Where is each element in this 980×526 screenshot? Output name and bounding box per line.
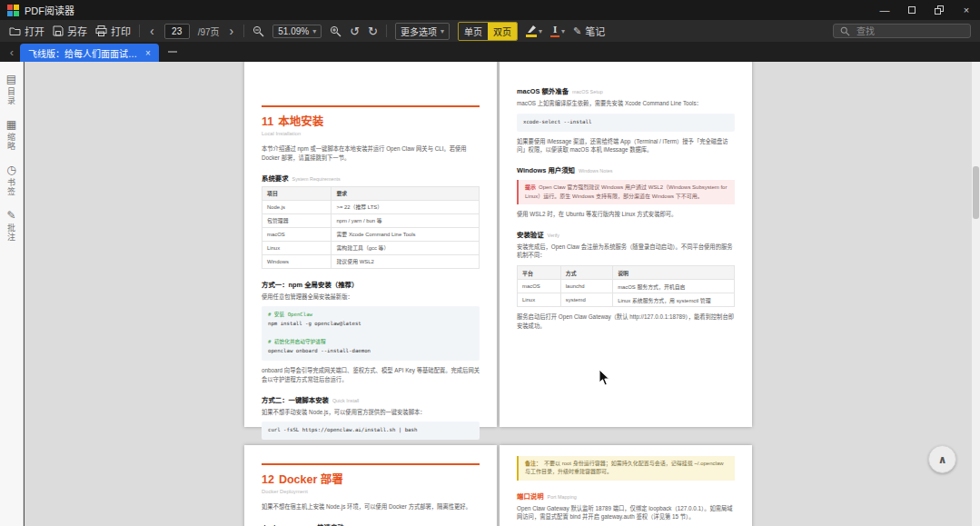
section-title-en: System Requirements	[292, 176, 341, 182]
paragraph: 如果要使用 iMessage 渠道，还需给终端 App（Terminal / i…	[517, 137, 735, 155]
page-number-input[interactable]	[164, 24, 190, 39]
folder-open-icon	[9, 25, 21, 36]
code-line: openclaw onboard --install-daemon	[268, 348, 371, 353]
rotate-right-button[interactable]: ↻	[368, 25, 378, 37]
page-spread: 12Docker 部署 Docker Deployment 如果不想在宿主机上安…	[25, 445, 972, 526]
table-cell: systemd	[560, 293, 612, 307]
sidebar-item-label: 书签	[5, 178, 17, 196]
table-cell: >= 22（推荐 LTS）	[332, 200, 480, 213]
save-icon	[53, 25, 64, 36]
zoom-in-icon	[330, 25, 342, 37]
fullscreen-button[interactable]	[898, 0, 926, 20]
code-line: npm install -g openclaw@latest	[268, 321, 361, 326]
single-page-button[interactable]: 单页	[459, 23, 488, 40]
tip-label: 提示	[525, 184, 536, 190]
chapter-title: Docker 部署	[279, 473, 343, 486]
zoom-level-dropdown[interactable]: 51.09% ▾	[272, 25, 322, 38]
section-title-en: Quick Install	[332, 398, 359, 403]
table-cell: macOS	[262, 227, 332, 241]
section-heading: docker-compose 快速启动Quick Start	[262, 521, 480, 526]
table-row: Linux 需构建工具（gcc 等）	[262, 241, 480, 254]
section-title: Windows 用户须知	[517, 166, 575, 174]
code-block: xcode-select --install	[517, 114, 735, 132]
section-heading: 端口说明Port Mapping	[517, 491, 735, 501]
restore-button[interactable]	[926, 0, 953, 20]
minimize-button[interactable]: —	[871, 0, 898, 20]
chapter-heading: 11本地安装	[262, 112, 480, 129]
section-heading: Windows 用户须知Windows Notes	[517, 164, 735, 174]
tab-close-icon[interactable]: ×	[145, 48, 151, 58]
new-tab-button[interactable]	[168, 51, 177, 53]
document-viewport[interactable]: 11本地安装 Local Installation 本节介绍通过 npm 或一键…	[25, 62, 972, 526]
sidebar-item-toc[interactable]: ▤ 目录	[5, 74, 17, 105]
verify-table: 平台 方式 说明 macOS launchd macOS 服务方式，开机自启 L…	[517, 265, 735, 307]
window-controls: — ×	[871, 0, 980, 20]
save-as-button[interactable]: 另存	[53, 24, 87, 38]
fullscreen-icon	[908, 6, 916, 14]
code-line: curl -fsSL https://openclaw.ai/install.s…	[268, 427, 417, 432]
tab-back-button[interactable]: ‹	[4, 45, 20, 59]
sidebar-item-thumbnails[interactable]: ▦ 缩略	[5, 119, 17, 151]
zoom-out-button[interactable]	[252, 25, 264, 37]
paragraph: 安装完成后，Open Claw 会注册为系统服务（随登录自动启动）。不同平台使用…	[517, 243, 735, 261]
highlighter-tool-button[interactable]: ▾	[526, 25, 542, 37]
prev-page-button[interactable]: ‹	[148, 24, 156, 38]
scroll-to-top-button[interactable]: ∧	[928, 445, 956, 473]
pdf-page-right: macOS 额外准备macOS Setup macOS 上如需编译原生依赖，需要…	[500, 62, 752, 427]
section-title-en: Port Mapping	[548, 494, 577, 500]
scrollbar-thumb[interactable]	[973, 166, 979, 219]
pdf-page-left: 12Docker 部署 Docker Deployment 如果不想在宿主机上安…	[244, 445, 497, 526]
sidebar: ▤ 目录 ▦ 缩略 ◷ 书签 ✎ 批注	[0, 62, 24, 526]
active-document-tab[interactable]: 飞线版：给每人们面面试建Opc... ×	[20, 44, 159, 62]
notes-label: 笔记	[585, 24, 605, 38]
app-identity: PDF阅读器	[7, 3, 74, 17]
table-row: 包管理器 npm / yarn / bun 等	[262, 213, 480, 227]
chapter-number: 11	[262, 115, 273, 128]
next-page-button[interactable]: ›	[228, 24, 236, 38]
section-title: 方式二：一键脚本安装	[262, 396, 329, 404]
open-button[interactable]: 打开	[9, 24, 45, 38]
sidebar-item-label: 目录	[5, 87, 17, 105]
section-heading: 方式二：一键脚本安装Quick Install	[262, 394, 480, 404]
toolbar-separator	[243, 25, 244, 37]
search-input[interactable]	[855, 25, 958, 37]
text-color-icon: I	[550, 25, 559, 38]
paragraph: onboard 向导会引导完成网关端口、鉴权方式、模型 API Key 等基础配…	[262, 366, 480, 384]
section-title: 安装验证	[517, 231, 544, 239]
chapter-subtitle: Docker Deployment	[262, 489, 480, 494]
chapter-subtitle: Local Installation	[262, 131, 480, 136]
code-comment: # 安装 OpenClaw	[268, 312, 312, 317]
chevron-down-icon: ▾	[441, 27, 444, 35]
sidebar-item-annotations[interactable]: ✎ 批注	[5, 210, 17, 242]
tab-title: 飞线版：给每人们面面试建Opc...	[28, 46, 139, 60]
search-box[interactable]	[833, 24, 971, 38]
table-row: Linux systemd Linux 系统服务方式，用 systemctl 管…	[518, 293, 735, 307]
double-page-button[interactable]: 双页	[488, 23, 517, 40]
more-options-label: 更多选项	[401, 25, 437, 38]
code-comment: # 初始化并启动守护进程	[268, 339, 326, 344]
note-label: 备注：	[525, 461, 541, 466]
notes-button[interactable]: ✎ 笔记	[573, 24, 605, 38]
rotate-left-button[interactable]: ↺	[350, 25, 360, 37]
zoom-out-icon	[252, 25, 264, 37]
table-row: macOS 需要 Xcode Command Line Tools	[262, 227, 480, 241]
close-button[interactable]: ×	[953, 0, 980, 20]
text-color-tool-button[interactable]: I ▾	[550, 25, 565, 38]
print-button[interactable]: 打印	[95, 24, 131, 38]
table-cell: 需要 Xcode Command Line Tools	[332, 227, 480, 241]
section-title: 端口说明	[517, 492, 544, 501]
zoom-in-button[interactable]	[330, 25, 342, 37]
more-options-dropdown[interactable]: 更多选项 ▾	[395, 23, 450, 40]
sidebar-item-bookmarks[interactable]: ◷ 书签	[5, 164, 17, 196]
toolbar: 打开 另存 打印 ‹ /97页 › 51.09% ▾	[0, 20, 980, 42]
vertical-scrollbar[interactable]	[972, 62, 980, 526]
requirements-table: 项目 要求 Node.js >= 22（推荐 LTS） 包管理器 npm / y…	[262, 186, 480, 269]
paragraph: macOS 上如需编译原生依赖，需要先安装 Xcode Command Line…	[517, 99, 735, 108]
paragraph: 如果不想手动安装 Node.js，可以使用官方提供的一键安装脚本：	[262, 408, 480, 417]
section-title-en: Windows Notes	[579, 168, 612, 174]
bookmarks-icon: ◷	[6, 164, 15, 175]
toolbar-separator	[139, 25, 140, 37]
paragraph: 使用 WSL2 时，在 Ubuntu 等发行版内按 Linux 方式安装即可。	[517, 210, 735, 219]
section-title: 系统要求	[262, 174, 289, 183]
chevron-down-icon: ▾	[561, 27, 565, 35]
